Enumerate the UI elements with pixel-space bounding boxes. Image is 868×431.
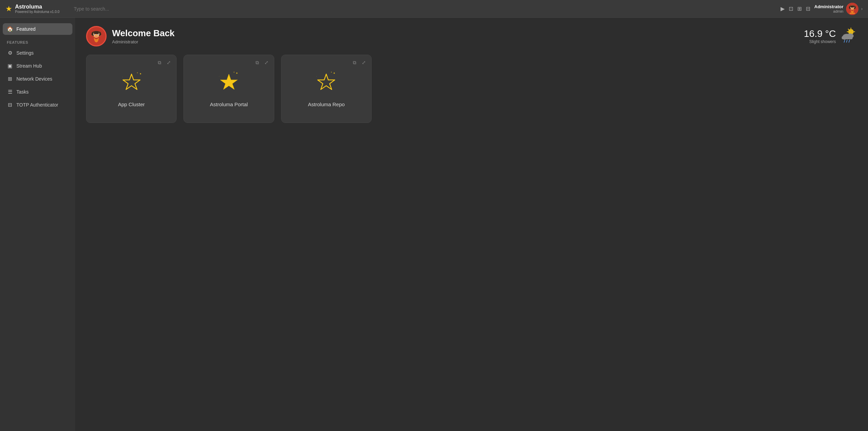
svg-rect-11	[850, 13, 855, 14]
sidebar: 🏠 Featured Features ⚙ Settings ▣ Stream …	[0, 18, 75, 431]
svg-text:·: ·	[122, 76, 123, 78]
card-copy-button-2[interactable]: ⧉	[254, 59, 260, 66]
main-layout: 🏠 Featured Features ⚙ Settings ▣ Stream …	[0, 18, 868, 431]
svg-line-34	[846, 40, 847, 42]
welcome-heading: Welcome Back	[112, 28, 175, 39]
astroluma-portal-icon: ✦ · · ✦	[217, 71, 241, 96]
sidebar-item-settings-label: Settings	[16, 50, 34, 56]
stream-hub-icon: ▣	[7, 63, 13, 69]
card-copy-button[interactable]: ⧉	[156, 59, 163, 66]
svg-text:✦: ✦	[236, 72, 238, 75]
svg-marker-50	[318, 74, 335, 89]
svg-point-21	[98, 34, 98, 34]
svg-rect-32	[842, 37, 853, 39]
home-icon: 🏠	[7, 26, 13, 32]
logo[interactable]: ★ Astroluma Powered by Astroluma v1.0.0	[5, 4, 67, 14]
network-icon: ⊞	[7, 76, 13, 82]
svg-text:·: ·	[316, 75, 317, 77]
card-app-cluster-actions: ⧉ ⤢	[156, 59, 172, 66]
card-open-button-2[interactable]: ⤢	[263, 59, 270, 66]
app-version: Powered by Astroluma v1.0.0	[15, 10, 59, 14]
welcome-avatar	[86, 26, 107, 46]
svg-text:✦: ✦	[137, 72, 138, 74]
sidebar-item-network-devices-label: Network Devices	[16, 76, 52, 82]
svg-text:✦: ✦	[233, 71, 235, 73]
app-cluster-icon: ✦ · · ✦	[120, 71, 143, 96]
search-input[interactable]	[74, 6, 176, 12]
card-astroluma-portal-label: Astroluma Portal	[210, 101, 248, 107]
sidebar-item-featured-label: Featured	[16, 26, 36, 32]
search-area	[67, 6, 781, 12]
settings-icon: ⚙	[7, 50, 13, 56]
user-avatar	[846, 3, 858, 15]
card-astroluma-repo-label: Astroluma Repo	[308, 101, 345, 107]
card-app-cluster-label: App Cluster	[118, 101, 144, 107]
chevron-down-icon: ›	[861, 6, 863, 11]
tasks-icon: ☰	[7, 89, 13, 95]
main-content: Welcome Back Administrator 16.9 °C Sligh…	[75, 18, 868, 431]
user-menu[interactable]: Administrator admin	[814, 3, 863, 15]
card-open-button-3[interactable]: ⤢	[360, 59, 367, 66]
card-app-cluster[interactable]: ⧉ ⤢ ✦ · · ✦ App Cluster	[86, 55, 177, 123]
svg-text:✦: ✦	[333, 72, 335, 75]
weather-widget: 16.9 °C Slight showers	[804, 26, 857, 46]
display-icon[interactable]: ⊡	[789, 5, 793, 12]
sidebar-item-network-devices[interactable]: ⊞ Network Devices	[3, 73, 72, 85]
sidebar-section-features: Features	[3, 36, 72, 46]
video-icon[interactable]: ▶	[781, 5, 785, 12]
sidebar-item-stream-hub[interactable]: ▣ Stream Hub	[3, 60, 72, 72]
weather-text: 16.9 °C Slight showers	[804, 28, 836, 44]
welcome-left: Welcome Back Administrator	[86, 26, 175, 46]
weather-temp: 16.9 °C	[804, 28, 836, 39]
topbar-right: ▶ ⊡ ⊞ ⊟ Administrator admin	[781, 3, 863, 15]
svg-text:·: ·	[141, 79, 141, 81]
svg-text:·: ·	[219, 75, 220, 77]
topbar: ★ Astroluma Powered by Astroluma v1.0.0 …	[0, 0, 868, 18]
svg-text:·: ·	[237, 79, 238, 81]
svg-text:✦: ✦	[139, 72, 142, 75]
sidebar-item-featured[interactable]: 🏠 Featured	[3, 23, 72, 35]
svg-text:✦: ✦	[331, 71, 332, 73]
card-astroluma-portal[interactable]: ⧉ ⤢ ✦ · · ✦ Astroluma Portal	[183, 55, 274, 123]
sidebar-item-totp-label: TOTP Authenticator	[16, 102, 58, 108]
username: Administrator	[814, 4, 843, 9]
sidebar-item-tasks[interactable]: ☰ Tasks	[3, 86, 72, 98]
cards-grid: ⧉ ⤢ ✦ · · ✦ App Cluster	[75, 55, 383, 134]
card-copy-button-3[interactable]: ⧉	[352, 59, 358, 66]
totp-icon: ⊟	[7, 102, 13, 108]
svg-marker-45	[220, 74, 237, 89]
astroluma-repo-icon: ✦ · · ✦	[314, 71, 338, 96]
qr-icon[interactable]: ⊟	[806, 5, 810, 12]
sidebar-item-settings[interactable]: ⚙ Settings	[3, 47, 72, 59]
user-role: admin	[814, 9, 843, 13]
svg-marker-40	[123, 74, 140, 89]
logo-star-icon: ★	[5, 4, 12, 13]
svg-line-28	[848, 29, 849, 30]
card-astroluma-repo[interactable]: ⧉ ⤢ ✦ · · ✦ Astroluma Repo	[281, 55, 372, 123]
svg-line-33	[844, 40, 845, 42]
card-open-button[interactable]: ⤢	[165, 59, 172, 66]
sidebar-item-stream-hub-label: Stream Hub	[16, 63, 42, 69]
svg-point-20	[94, 34, 95, 34]
grid-icon[interactable]: ⊞	[797, 5, 802, 12]
card-astroluma-portal-actions: ⧉ ⤢	[254, 59, 270, 66]
card-astroluma-repo-actions: ⧉ ⤢	[352, 59, 367, 66]
app-name: Astroluma	[15, 4, 59, 10]
svg-line-35	[849, 40, 850, 42]
welcome-text: Welcome Back Administrator	[112, 28, 175, 44]
weather-icon	[840, 26, 857, 46]
logo-text: Astroluma Powered by Astroluma v1.0.0	[15, 4, 59, 14]
sidebar-item-tasks-label: Tasks	[16, 89, 29, 95]
welcome-header: Welcome Back Administrator 16.9 °C Sligh…	[75, 18, 868, 55]
user-info: Administrator admin	[814, 4, 843, 13]
sidebar-item-totp[interactable]: ⊟ TOTP Authenticator	[3, 99, 72, 111]
weather-description: Slight showers	[804, 39, 836, 44]
welcome-subtitle: Administrator	[112, 39, 175, 44]
